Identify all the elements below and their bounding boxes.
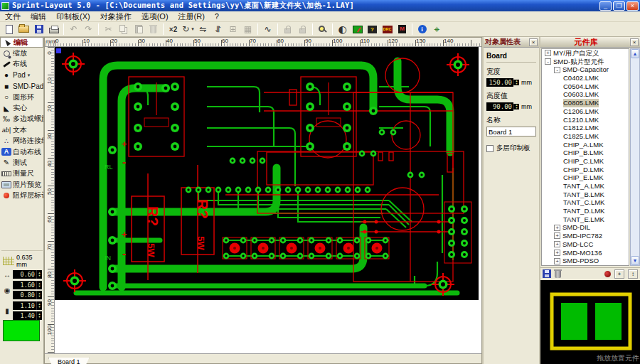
snap-crosshair-icon[interactable]: ⌖ (430, 23, 444, 36)
value-spinner[interactable] (36, 291, 42, 299)
delete-component-icon[interactable] (555, 271, 561, 278)
tool-test[interactable]: ✎测试 (0, 157, 43, 168)
tree-item[interactable]: +SMD-LCC (542, 240, 629, 249)
collapse-icon[interactable]: - (554, 67, 560, 73)
expand-icon[interactable]: + (554, 241, 560, 247)
tool-polygon[interactable]: ‰多边或螺旋 (0, 114, 43, 124)
undo-icon[interactable]: ↶ (66, 23, 81, 36)
tree-item[interactable]: +SMD-IPC782 (542, 232, 629, 240)
active-layer-color-swatch[interactable] (3, 320, 40, 341)
menu-item[interactable]: 文件 (0, 11, 26, 22)
align-icon[interactable]: ⊞ (225, 23, 240, 36)
tree-item[interactable]: CHIP_C.LMK (542, 157, 629, 166)
tree-item[interactable]: TANT_A.LMK (542, 182, 629, 191)
tree-item[interactable]: +SMD-DIL (542, 223, 629, 232)
value-field[interactable]: 0.80 (13, 291, 36, 299)
tree-item[interactable]: TANT_E.LMK (542, 215, 629, 224)
connections-icon[interactable]: ∿ (260, 23, 275, 36)
value-field[interactable]: 1.60 (13, 281, 36, 289)
value-field[interactable]: 1.40 (13, 311, 36, 320)
menu-item[interactable]: ? (210, 12, 224, 21)
value-spinner[interactable] (36, 301, 42, 310)
lock-icon[interactable] (280, 23, 295, 36)
open-file-icon[interactable] (16, 23, 31, 36)
expand-icon[interactable]: + (554, 250, 560, 256)
tool-mask[interactable]: 阻焊层标记 (0, 190, 43, 200)
value-field[interactable]: 0.60 (13, 270, 36, 279)
drc-check-icon[interactable]: DRC (380, 23, 395, 36)
menu-item[interactable]: 注册(R) (174, 11, 210, 22)
redo-icon[interactable]: ↷ (81, 23, 96, 36)
pcb-board[interactable]: R? 5W R? 5W (55, 47, 479, 300)
properties-close-icon[interactable]: × (529, 38, 538, 46)
zoom-icon[interactable] (315, 23, 330, 36)
pad-dropdown-icon[interactable]: ▾ (28, 73, 31, 78)
rotate-icon[interactable]: ↻▾ (181, 23, 196, 36)
tree-item[interactable]: C0805.LMK (542, 99, 629, 107)
tree-scrollbar[interactable]: ▲ ▼ (630, 48, 640, 266)
board-height-field[interactable]: 90.00 (486, 102, 513, 111)
menu-item[interactable]: 编辑 (26, 11, 51, 22)
board-width-field[interactable]: 150.00 (486, 78, 513, 87)
height-spinner[interactable] (513, 104, 519, 109)
tool-trace[interactable]: 布线 (0, 59, 43, 70)
contrast-layer-icon[interactable]: ◐ (335, 23, 350, 36)
grid-icon[interactable] (3, 257, 14, 265)
tree-item[interactable]: -SMD-贴片型元件 (542, 58, 629, 66)
mirror-horizontal-icon[interactable]: ⇋ (196, 23, 210, 36)
width-spinner[interactable] (513, 80, 519, 85)
tree-item[interactable]: C1812.LMK (542, 124, 629, 132)
sort-components-icon[interactable]: ↕ (628, 269, 638, 279)
tree-item[interactable]: +SMD-PLCC (542, 265, 629, 266)
duplicate-x2-icon[interactable]: ×2 (166, 23, 181, 36)
tree-item[interactable]: CHIP_B.LMK (542, 149, 629, 157)
value-field[interactable]: 1.10 (13, 301, 36, 310)
value-spinner[interactable] (36, 270, 42, 279)
tool-text[interactable]: ab|文本 (0, 124, 43, 135)
copy-icon[interactable] (116, 23, 131, 36)
tree-item[interactable]: C0504.LMK (542, 82, 629, 91)
tree-item[interactable]: TANT_D.LMK (542, 207, 629, 215)
menu-item[interactable]: 选项(O) (137, 11, 174, 22)
multilayer-checkbox[interactable] (486, 145, 494, 152)
tree-item[interactable]: TANT_B.LMK (542, 191, 629, 199)
mirror-vertical-icon[interactable]: ⇋ (212, 22, 225, 37)
tree-item[interactable]: TANT_C.LMK (542, 198, 629, 207)
tree-item[interactable]: C0603.LMK (542, 90, 629, 99)
menu-item[interactable]: 对象操作 (95, 11, 137, 22)
tree-item[interactable]: C1210.LMK (542, 116, 629, 124)
footprint-view-icon[interactable]: ⌖ (614, 269, 624, 279)
record-view-icon[interactable] (604, 271, 611, 277)
scroll-up-icon[interactable]: ▲ (631, 49, 639, 58)
tree-item[interactable]: C1825.LMK (542, 132, 629, 141)
tool-autoroute[interactable]: A自动布线 (0, 146, 43, 157)
unlock-icon[interactable] (295, 23, 310, 36)
board-name-input[interactable] (486, 127, 536, 136)
tool-cursor[interactable]: 编辑 (0, 37, 43, 48)
photo-help-icon[interactable]: ? (365, 23, 380, 36)
tree-item[interactable]: C0402.LMK (542, 74, 629, 82)
expand-icon[interactable]: + (554, 258, 560, 264)
scroll-down-icon[interactable]: ▼ (631, 256, 639, 265)
menu-item[interactable]: 印制板(X) (51, 11, 95, 22)
component-preview[interactable]: 拖放放置元件 (540, 280, 640, 364)
tool-net[interactable]: ∴网络连接线 (0, 136, 43, 146)
tool-measure[interactable]: 测量尺 (0, 168, 43, 179)
tree-item[interactable]: -SMD-Capacitor (542, 65, 629, 74)
close-button[interactable]: × (626, 1, 639, 11)
tool-zoom[interactable]: 缩放 (0, 48, 43, 58)
save-library-icon[interactable] (543, 269, 551, 278)
tree-item[interactable]: +SMD-MO136 (542, 249, 629, 257)
pattern-icon[interactable]: ▦ (240, 23, 255, 36)
maximize-button[interactable]: ❐ (613, 1, 625, 11)
value-spinner[interactable] (36, 281, 42, 289)
tree-item[interactable]: +MY/用户自定义 (542, 49, 629, 58)
save-file-icon[interactable] (31, 23, 46, 36)
expand-icon[interactable]: + (545, 50, 551, 56)
minimize-button[interactable]: _ (599, 1, 612, 11)
info-icon[interactable]: i (415, 23, 430, 36)
collapse-icon[interactable]: - (545, 58, 551, 65)
tool-pad[interactable]: ●Pad▾ (0, 70, 43, 80)
new-file-icon[interactable] (1, 23, 16, 36)
tree-item[interactable]: CHIP_E.LMK (542, 173, 629, 182)
